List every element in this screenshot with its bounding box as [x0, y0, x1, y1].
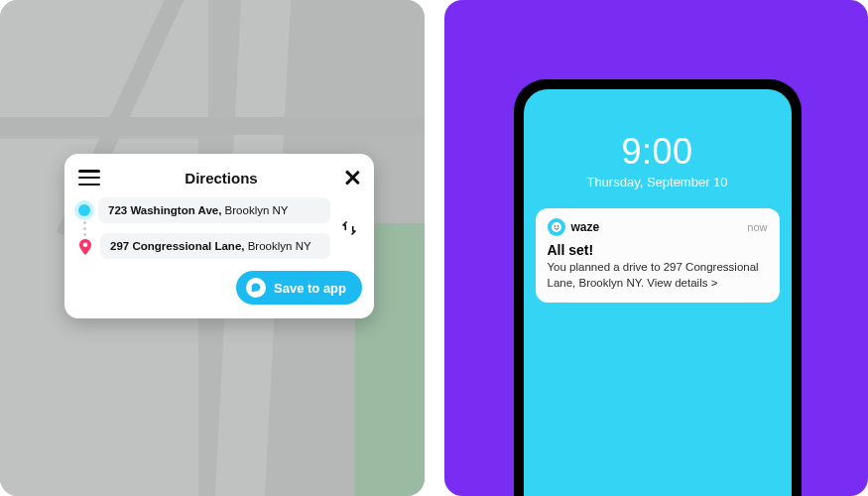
notification-title: All set!	[548, 242, 768, 258]
origin-field[interactable]: 723 Washington Ave, Brooklyn NY	[98, 197, 330, 223]
close-icon[interactable]	[342, 168, 362, 187]
save-button-label: Save to app	[274, 281, 346, 296]
destination-address-rest: Brooklyn NY	[245, 240, 311, 252]
directions-title: Directions	[185, 170, 257, 186]
svg-point-1	[552, 222, 561, 232]
notification-panel: 9:00 Thursday, September 10 waze now All…	[444, 0, 869, 496]
svg-point-0	[83, 243, 88, 248]
lockscreen-time: 9:00	[524, 131, 792, 173]
destination-address-bold: 297 Congressional Lane,	[110, 240, 245, 252]
origin-address-bold: 723 Washington Ave,	[108, 204, 221, 216]
origin-row: 723 Washington Ave, Brooklyn NY	[78, 197, 330, 223]
notification-app-name: waze	[571, 220, 742, 234]
destination-pin-icon	[78, 239, 92, 253]
origin-dot-icon	[78, 204, 90, 216]
notification-card[interactable]: waze now All set! You planned a drive to…	[536, 208, 780, 303]
destination-row: 297 Congressional Lane, Brooklyn NY	[78, 233, 330, 259]
waze-app-icon	[548, 218, 565, 236]
notification-body: You planned a drive to 297 Congressional…	[548, 260, 768, 291]
lockscreen-date: Thursday, September 10	[524, 175, 792, 189]
swap-icon[interactable]	[336, 215, 362, 241]
menu-icon[interactable]	[78, 170, 100, 186]
svg-point-3	[557, 225, 558, 226]
save-to-app-button[interactable]: Save to app	[236, 271, 362, 305]
origin-address-rest: Brooklyn NY	[221, 204, 288, 216]
directions-card: Directions 723 Washington Ave, Brooklyn …	[64, 154, 374, 318]
phone-frame: 9:00 Thursday, September 10 waze now All…	[514, 79, 802, 496]
notification-timestamp: now	[747, 221, 767, 233]
destination-field[interactable]: 297 Congressional Lane, Brooklyn NY	[100, 233, 330, 259]
phone-lockscreen: 9:00 Thursday, September 10 waze now All…	[524, 89, 792, 496]
svg-point-2	[554, 225, 555, 226]
waze-icon	[246, 278, 266, 298]
map-panel: Directions 723 Washington Ave, Brooklyn …	[0, 0, 425, 496]
